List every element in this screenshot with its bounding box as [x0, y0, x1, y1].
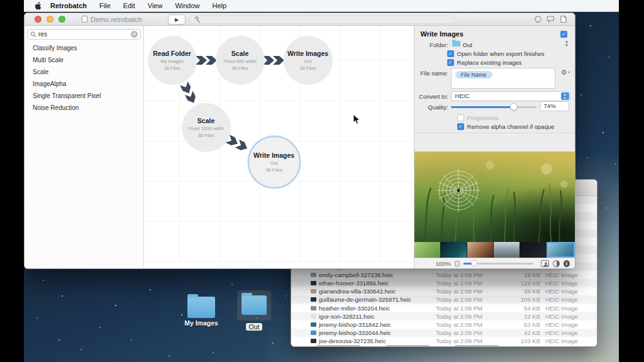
node-scale-800[interactable]: Scale Fixed 800 width 38 Files	[216, 36, 265, 85]
filename-token[interactable]: File Name	[455, 71, 492, 79]
divider	[414, 133, 575, 133]
menu-item-app[interactable]: Retrobatch	[44, 0, 93, 12]
preview-zoom-slider[interactable]	[464, 263, 533, 265]
menu-item-file[interactable]: File	[93, 0, 117, 12]
screen: Retrobatch File Edit View Window Help HE…	[0, 0, 644, 362]
folder-selection-highlight	[237, 290, 271, 321]
search-icon	[30, 31, 36, 38]
node-write-images-1[interactable]: Write Images Out 38 Files	[284, 36, 333, 85]
convert-to-label: Convert to:	[414, 93, 448, 100]
info-icon[interactable]: i	[564, 260, 570, 267]
file-thumbnail-icon	[311, 306, 316, 310]
quality-label: Quality:	[414, 104, 448, 111]
folder-label: Out	[246, 323, 263, 331]
sidebar-item-single-transparent-pixel[interactable]: Single Transparent Pixel	[25, 90, 143, 102]
wrench-icon[interactable]	[194, 16, 201, 23]
thumbnail-size-icon[interactable]	[455, 261, 460, 266]
desktop-folder-my-images[interactable]: My Images	[176, 297, 226, 327]
zoom-level: 100%	[436, 260, 451, 267]
slider-knob[interactable]	[471, 260, 477, 266]
folder-label: My Images	[176, 319, 226, 327]
run-workflow-button[interactable]: ▶	[168, 14, 186, 25]
contrast-icon[interactable]	[553, 260, 559, 267]
gear-menu-button[interactable]: ⚙ ▾	[560, 69, 570, 77]
desktop-folder-out[interactable]: Out	[229, 290, 279, 332]
document-icon	[82, 16, 87, 23]
remove-alpha-checkbox-row[interactable]: ✓ Remove alpha channel if opaque	[457, 123, 555, 130]
toolbar-strip	[189, 15, 455, 24]
checkbox-checked-icon[interactable]: ✓	[457, 123, 464, 130]
search-field[interactable]: ✕	[27, 29, 141, 40]
format-popup[interactable]: HEIC ▲▼	[451, 91, 570, 101]
filename-label: File name:	[414, 70, 448, 77]
open-folder-checkbox-row[interactable]: ✓ Open folder when export finishes	[447, 50, 545, 57]
folder-popup[interactable]: Out	[463, 41, 472, 48]
finder-row[interactable]: joe-desousa-327235.heicToday at 2:09 PM …	[291, 337, 597, 345]
desktop-wallpaper: Retrobatch File Edit View Window Help HE…	[24, 0, 619, 362]
feedback-bubble-icon[interactable]	[547, 15, 555, 23]
node-enabled-checkbox[interactable]: ✓	[560, 31, 567, 38]
close-button[interactable]	[35, 16, 42, 23]
sidebar-item-multi-scale[interactable]: Multi Scale	[25, 54, 143, 66]
folder-stepper-icon[interactable]: ▲▼	[565, 40, 569, 47]
slider-knob[interactable]	[510, 103, 518, 111]
finder-row[interactable]: guillaume-de-germain-325871.heicToday at…	[291, 295, 597, 304]
share-icon[interactable]	[534, 15, 542, 23]
thumbnail-grass[interactable]	[414, 242, 440, 258]
checkbox-checked-icon[interactable]: ✓	[447, 50, 454, 57]
finder-row-partial	[291, 345, 597, 347]
replace-existing-checkbox-row[interactable]: ✓ Replace existing images	[447, 59, 522, 66]
menu-item-window[interactable]: Window	[169, 0, 206, 12]
finder-row[interactable]: ethan-hoover-331856.heicToday at 2:09 PM…	[291, 279, 597, 287]
inspector-title: Write Images	[421, 30, 464, 38]
flip-page-icon[interactable]	[559, 15, 567, 23]
menu-item-edit[interactable]: Edit	[117, 0, 142, 12]
thumbnail-night-city[interactable]	[441, 242, 467, 258]
folder-icon	[242, 295, 267, 315]
node-read-folder[interactable]: Read Folder My Images 38 Files	[148, 36, 197, 85]
sidebar-item-noise-reduction[interactable]: Noise Reduction	[25, 102, 143, 114]
thumbnail-bird[interactable]	[520, 242, 546, 258]
finder-row[interactable]: heather-miller-330204.heicToday at 2:09 …	[291, 304, 597, 312]
node-scale-1600[interactable]: Scale Fixed 1600 width 38 Files	[182, 103, 231, 152]
finder-row[interactable]: gianandrea-villa-330642.heicToday at 2:0…	[291, 287, 597, 295]
menu-bar: Retrobatch File Edit View Window Help	[24, 0, 619, 12]
sidebar-item-imagealpha[interactable]: ImageAlpha	[25, 78, 143, 90]
zoom-button[interactable]	[58, 16, 65, 23]
connector-read-scale2	[179, 80, 199, 108]
finder-row[interactable]: jeremy-bishop-332044.heicToday at 2:09 P…	[291, 329, 597, 337]
folder-icon	[187, 297, 215, 318]
quality-slider[interactable]	[451, 106, 536, 108]
connector-scale-write	[263, 56, 286, 65]
minimize-button[interactable]	[47, 16, 53, 23]
finder-row[interactable]: jeremy-bishop-331842.heicToday at 2:09 P…	[291, 321, 597, 329]
menu-item-view[interactable]: View	[142, 0, 169, 12]
sidebar-item-scale[interactable]: Scale	[25, 66, 143, 78]
checkbox-unchecked-icon[interactable]	[457, 114, 464, 121]
progressive-checkbox-row[interactable]: Progressive	[457, 114, 499, 121]
apple-menu-icon[interactable]	[34, 2, 42, 10]
preview-grass-spiderweb	[414, 151, 575, 242]
checkbox-checked-icon[interactable]: ✓	[447, 59, 454, 66]
node-write-images-2-selected[interactable]: Write Images Out 38 Files	[248, 136, 301, 189]
clear-search-icon[interactable]: ✕	[131, 31, 138, 38]
thumbnail-portrait[interactable]	[467, 242, 493, 258]
connector-read-scale	[196, 56, 218, 65]
menu-item-help[interactable]: Help	[206, 0, 233, 12]
quality-value-field[interactable]: 74%	[540, 101, 569, 111]
folder-icon	[452, 41, 460, 47]
preview-image	[414, 151, 575, 242]
filename-token-field[interactable]: File Name	[451, 68, 555, 89]
sidebar-item-classify-images[interactable]: Classify Images	[25, 42, 143, 54]
node-library-sidebar: ✕ Classify Images Multi Scale Scale Imag…	[25, 26, 144, 269]
file-thumbnail-icon	[311, 297, 316, 302]
file-thumbnail-icon	[311, 314, 316, 319]
finder-row[interactable]: emily-campbell-327238.heicToday at 2:09 …	[291, 271, 597, 279]
search-input[interactable]	[38, 31, 131, 38]
workflow-canvas: Read Folder My Images 38 Files Scale Fix…	[144, 26, 414, 269]
finder-row[interactable]: igor-son-328211.heicToday at 2:09 PM 32 …	[291, 312, 597, 321]
thumbnail-mountains[interactable]	[494, 242, 519, 258]
thumbnail-pool-selected[interactable]	[547, 242, 575, 258]
portrait-toggle-icon[interactable]	[541, 260, 549, 267]
retrobatch-window: Demo.retrobatch ▶	[24, 13, 575, 269]
